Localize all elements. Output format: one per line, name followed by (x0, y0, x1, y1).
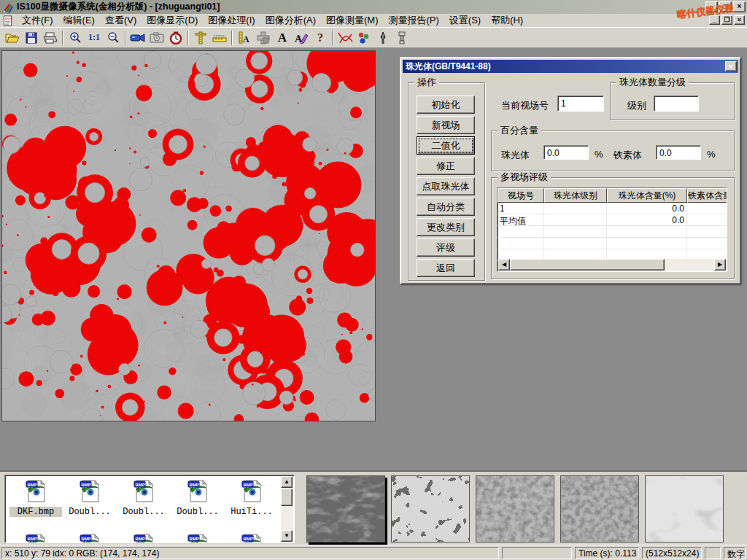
file-item-row2[interactable] (63, 532, 116, 543)
annotate-button[interactable]: A (292, 29, 311, 47)
open-button[interactable] (3, 29, 22, 47)
status-mode: 数字 (724, 547, 746, 559)
close-button[interactable]: × (733, 1, 746, 12)
bmp-file-icon (133, 532, 155, 543)
pick-pearlite-button[interactable]: 点取珠光体 (417, 177, 475, 195)
col-view-number[interactable]: 视场号 (498, 188, 544, 203)
cell-pearlite-content: 0.0 (607, 214, 687, 225)
menu-item-image-display[interactable]: 图像显示(D) (142, 13, 203, 28)
file-item-doubl3[interactable]: Doubl... (171, 478, 224, 517)
menu-item-measure-report[interactable]: 测量报告(P) (383, 13, 444, 28)
scroll-down-arrow[interactable]: ▼ (281, 530, 293, 542)
current-view-input[interactable]: 1 (557, 96, 604, 112)
file-list[interactable]: DKF.bmp Doubl... Doubl... Doubl... HuiTi… (4, 475, 295, 543)
file-item-row2[interactable] (117, 532, 170, 543)
minimize-button[interactable]: _ (705, 1, 718, 12)
maximize-button[interactable]: □ (719, 1, 732, 12)
change-class-button[interactable]: 更改类别 (417, 218, 475, 236)
print-button[interactable] (41, 29, 60, 47)
file-item-row2[interactable] (9, 532, 62, 543)
ferrite-percent-input[interactable]: 0.0 (656, 145, 701, 160)
video-camera-button[interactable] (128, 29, 147, 47)
cell-pearlite-level (544, 214, 607, 225)
dialog-close-button[interactable]: × (725, 61, 737, 71)
zoom-in-button[interactable] (66, 29, 85, 47)
correct-button[interactable]: 修正 (417, 157, 475, 175)
mdi-minimize-button[interactable]: _ (709, 15, 720, 25)
file-item-doubl2[interactable]: Doubl... (117, 478, 170, 517)
scrollbar-thumb[interactable] (281, 489, 293, 506)
thumbnail-1[interactable] (306, 475, 385, 542)
file-list-scrollbar[interactable]: ▲ ▼ (281, 476, 293, 542)
bmp-file-icon (79, 478, 101, 503)
ruler-text-icon: A (238, 31, 251, 44)
camera-button[interactable] (147, 29, 166, 47)
file-item-row2[interactable] (171, 532, 224, 543)
actual-size-button[interactable]: 1:1 (85, 29, 104, 47)
timer-button[interactable] (166, 29, 185, 47)
menu-item-image-measure[interactable]: 图像测量(M) (321, 13, 384, 28)
file-item-dkf[interactable]: DKF.bmp (9, 478, 62, 517)
binarize-button[interactable]: 二值化 (417, 136, 475, 155)
level-input[interactable] (654, 96, 699, 112)
menu-item-help[interactable]: 帮助(H) (486, 13, 528, 28)
toolbar-separator (187, 31, 189, 45)
menu-item-file[interactable]: 文件(F) (17, 13, 58, 28)
col-ferrite-content[interactable]: 铁素体含量(%) (687, 188, 727, 203)
file-item-row2[interactable] (225, 532, 278, 543)
thumbnail-5[interactable] (645, 475, 724, 542)
table-horizontal-scrollbar[interactable]: ◀ ▶ (498, 259, 726, 271)
toolbar-separator (62, 31, 63, 45)
merge-button[interactable] (254, 29, 273, 47)
scroll-left-arrow[interactable]: ◀ (498, 259, 510, 271)
thumbnail-4[interactable] (560, 475, 639, 542)
menu-item-view[interactable]: 查看(V) (100, 13, 142, 28)
classify-button[interactable] (355, 29, 374, 47)
multiview-group-label: 多视场评级 (498, 172, 551, 182)
scrollbar-thumb[interactable] (510, 259, 665, 271)
table-row[interactable]: 平均值 0.0 (498, 214, 727, 226)
dialog-title-bar[interactable]: 珠光体(GB/T9441-88) × (403, 60, 738, 73)
save-button[interactable] (22, 29, 41, 47)
multiview-table[interactable]: 视场号 珠光体级别 珠光体含量(%) 铁素体含量(%) 1 0.0 平均值 0.… (497, 187, 727, 272)
thumbnail-3[interactable] (476, 475, 554, 542)
menu-item-image-analysis[interactable]: 图像分析(A) (260, 13, 321, 28)
ruler-button[interactable] (210, 29, 229, 47)
text-button[interactable]: A (273, 29, 292, 47)
brush-button[interactable] (392, 29, 411, 47)
menu-item-edit[interactable]: 编辑(E) (58, 13, 100, 28)
thumbnail-2[interactable] (391, 475, 470, 542)
printer-icon (43, 32, 58, 44)
zoom-out-button[interactable] (104, 29, 123, 47)
auto-classify-button[interactable]: 自动分类 (417, 198, 475, 216)
col-pearlite-content[interactable]: 珠光体含量(%) (607, 188, 687, 203)
floppy-disk-icon (26, 32, 37, 44)
table-row[interactable]: 1 0.0 (498, 203, 727, 214)
pearlite-dialog: 珠光体(GB/T9441-88) × 操作 初始化 新视场 二值化 修正 点取珠… (400, 57, 741, 284)
menu-item-settings[interactable]: 设置(S) (444, 13, 486, 28)
grid-cross-icon (257, 31, 270, 44)
new-field-button[interactable]: 新视场 (417, 116, 475, 134)
metallographic-image[interactable] (1, 50, 376, 421)
curve-tool-button[interactable] (336, 29, 355, 47)
col-pearlite-level[interactable]: 珠光体级别 (544, 188, 607, 203)
mdi-restore-button[interactable]: ❐ (721, 15, 732, 25)
help-button[interactable]: ? (311, 29, 330, 47)
menu-item-image-process[interactable]: 图像处理(I) (203, 13, 260, 28)
file-item-doubl1[interactable]: Doubl... (63, 478, 116, 517)
init-button[interactable]: 初始化 (417, 96, 475, 114)
pearlite-percent-input[interactable]: 0.0 (543, 145, 589, 160)
mdi-close-button[interactable]: × (734, 15, 745, 25)
document-icon[interactable]: DOC (2, 15, 14, 26)
toolbar: 1:1 (0, 28, 747, 48)
bmp-file-icon (79, 532, 101, 543)
file-item-huiti[interactable]: HuiTi... (225, 478, 278, 517)
scroll-right-arrow[interactable]: ▶ (714, 259, 726, 271)
caliper-button[interactable] (191, 29, 210, 47)
horizontal-ruler-icon (212, 34, 227, 42)
scroll-up-arrow[interactable]: ▲ (281, 476, 293, 488)
pen-button[interactable] (374, 29, 392, 47)
grade-button[interactable]: 评级 (417, 238, 475, 257)
return-button[interactable]: 返回 (417, 259, 475, 277)
measure-text-button[interactable]: A (235, 29, 254, 47)
